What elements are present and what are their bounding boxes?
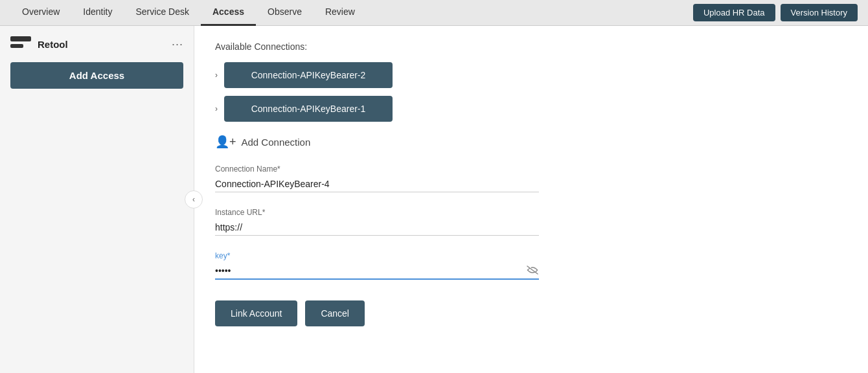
logo-bar-2: [10, 44, 23, 48]
add-person-icon: 👤+: [215, 135, 236, 149]
logo-bar-1: [10, 36, 31, 41]
cancel-button[interactable]: Cancel: [305, 300, 365, 326]
nav-item-service-desk[interactable]: Service Desk: [124, 0, 201, 26]
collapse-sidebar-button[interactable]: ‹: [185, 190, 203, 209]
connection-item-1: › Connection-APIKeyBearer-1: [215, 96, 847, 122]
connection-item-0: › Connection-APIKeyBearer-2: [215, 62, 847, 88]
connection-name-label: Connection Name*: [215, 164, 539, 174]
nav-items: Overview Identity Service Desk Access Ob…: [10, 0, 693, 26]
sidebar: Retool ··· Add Access ‹: [0, 26, 194, 373]
nav-item-access[interactable]: Access: [201, 0, 256, 26]
sidebar-menu-icon[interactable]: ···: [172, 38, 183, 51]
main-layout: Retool ··· Add Access ‹ Available Connec…: [0, 26, 868, 373]
connection-name-group: Connection Name*: [215, 164, 539, 192]
nav-item-observe[interactable]: Observe: [256, 0, 314, 26]
toggle-visibility-icon[interactable]: [526, 265, 539, 278]
retool-logo-icon: [10, 36, 31, 52]
form-buttons: Link Account Cancel: [215, 300, 539, 326]
top-nav: Overview Identity Service Desk Access Ob…: [0, 0, 868, 26]
connection-form: Connection Name* Instance URL* key*: [215, 164, 539, 326]
key-label: key*: [215, 251, 539, 260]
sidebar-app-name: Retool: [38, 39, 68, 50]
version-history-button[interactable]: Version History: [781, 4, 858, 21]
expand-arrow-0[interactable]: ›: [215, 71, 218, 80]
add-connection[interactable]: 👤+ Add Connection: [215, 135, 847, 149]
add-connection-label: Add Connection: [242, 137, 311, 148]
upload-hr-data-button[interactable]: Upload HR Data: [693, 4, 775, 21]
connection-name-input[interactable]: [215, 176, 539, 192]
key-group: key*: [215, 251, 539, 280]
instance-url-group: Instance URL*: [215, 208, 539, 236]
instance-url-label: Instance URL*: [215, 208, 539, 217]
link-account-button[interactable]: Link Account: [215, 300, 297, 326]
sidebar-header: Retool ···: [10, 36, 183, 52]
add-access-button[interactable]: Add Access: [10, 62, 183, 89]
connection-button-1[interactable]: Connection-APIKeyBearer-1: [224, 96, 393, 122]
nav-item-identity[interactable]: Identity: [71, 0, 124, 26]
connection-list: › Connection-APIKeyBearer-2 › Connection…: [215, 62, 847, 122]
connection-button-0[interactable]: Connection-APIKeyBearer-2: [224, 62, 393, 88]
sidebar-logo: Retool: [10, 36, 68, 52]
nav-item-overview[interactable]: Overview: [10, 0, 71, 26]
available-connections-label: Available Connections:: [215, 41, 847, 52]
main-content: Available Connections: › Connection-APIK…: [194, 26, 868, 373]
instance-url-input[interactable]: [215, 220, 539, 236]
nav-item-review[interactable]: Review: [314, 0, 367, 26]
key-input-wrapper: [215, 263, 539, 280]
expand-arrow-1[interactable]: ›: [215, 104, 218, 113]
nav-right-buttons: Upload HR Data Version History: [693, 4, 858, 21]
key-input[interactable]: [215, 263, 539, 280]
